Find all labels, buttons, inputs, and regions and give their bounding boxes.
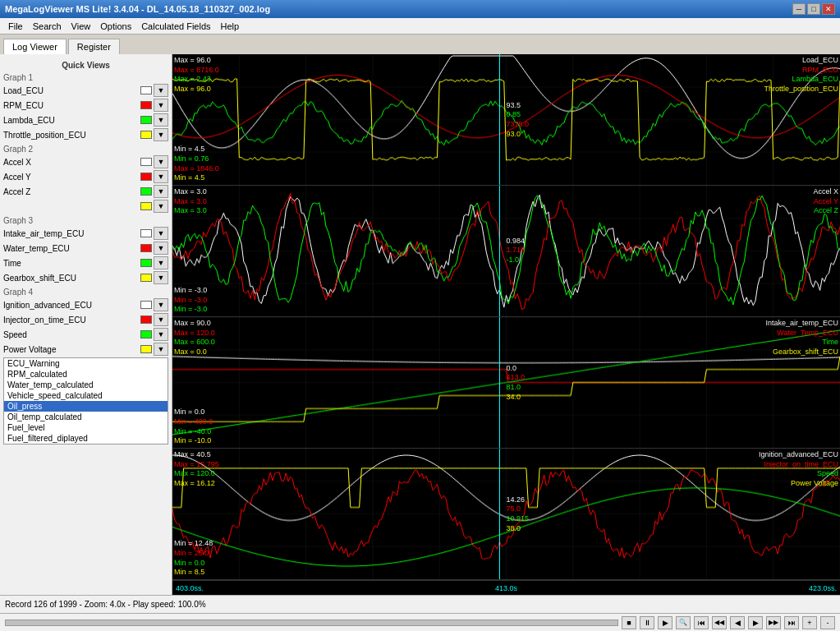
chart-panel-1[interactable]: Max = 96.0Max = 8716.0Max = 2.43Max = 96… xyxy=(172,54,840,186)
channel-dropdown-g2-0[interactable]: ▼ xyxy=(154,155,168,168)
close-button[interactable]: ✕ xyxy=(822,3,835,15)
channel-name-g1-0: Load_ECU xyxy=(3,86,139,95)
channel-row-g4-1: Injector_on_time_ECU▼ xyxy=(3,313,168,326)
chart-panel-4[interactable]: Max = 40.5Max = 15.795Max = 120.0Max = 1… xyxy=(172,449,840,580)
channel-dropdown-g4-2[interactable]: ▼ xyxy=(154,328,168,341)
zoom-in-button[interactable]: + xyxy=(802,616,817,629)
sidebar: Quick Views Graph 1Load_ECU▼RPM_ECU▼Lamb… xyxy=(0,54,172,595)
channel-dropdown-g2-1[interactable]: ▼ xyxy=(154,170,168,183)
app-title: MegaLogViewer MS Lite! 3.4.04 - DL_14.05… xyxy=(5,4,792,14)
stop-button[interactable]: ■ xyxy=(622,616,636,629)
channel-name-g3-3: Gearbox_shift_ECU xyxy=(3,274,139,283)
channel-name-g2-2: Accel Z xyxy=(3,187,139,196)
tab-log-viewer[interactable]: Log Viewer xyxy=(3,39,67,54)
channel-name-g4-3: Power Voltage xyxy=(3,345,139,354)
channel-row-g3-0: Intake_air_temp_ECU▼ xyxy=(3,227,168,240)
playback-bar: ■ ⏸ ▶ 🔍 ⏮ ◀◀ ◀ ▶ ▶▶ ⏭ + - xyxy=(0,613,840,631)
color-swatch-g2-1 xyxy=(140,173,152,181)
channel-row-g4-2: Speed▼ xyxy=(3,328,168,341)
chart-label-topright-2: Accel XAccel YAccel Z xyxy=(813,187,838,216)
dropdown-item-5[interactable]: Oil_temp_calculated xyxy=(4,412,168,422)
dropdown-item-7[interactable]: Fuel_filtered_diplayed xyxy=(4,433,168,444)
color-swatch-g2-0 xyxy=(140,158,152,166)
channel-dropdown-g4-3[interactable]: ▼ xyxy=(154,343,168,356)
channel-dropdown-g3-1[interactable]: ▼ xyxy=(154,242,168,255)
color-swatch-g4-1 xyxy=(140,316,152,324)
progress-bar[interactable] xyxy=(5,619,618,626)
chart-label-bottomleft-4: Min = 12.48Min = 25.0Min = 0.0Min = 8.5 xyxy=(174,539,213,578)
chart-label-topleft-1: Max = 96.0Max = 8716.0Max = 2.43Max = 96… xyxy=(174,56,219,94)
channel-name-g4-0: Ignition_advanced_ECU xyxy=(3,301,139,310)
channel-dropdown-g2-3[interactable]: ▼ xyxy=(154,200,168,213)
dropdown-item-2[interactable]: Water_temp_calculated xyxy=(4,380,168,390)
channel-dropdown-g4-0[interactable]: ▼ xyxy=(154,298,168,311)
search-button[interactable]: 🔍 xyxy=(676,616,691,629)
tab-bar: Log ViewerRegister xyxy=(0,35,840,54)
dropdown-item-6[interactable]: Fuel_level xyxy=(4,422,168,433)
play-button[interactable]: ▶ xyxy=(658,616,672,629)
dropdown-item-0[interactable]: ECU_Warning xyxy=(4,358,168,369)
channel-dropdown-g4-1[interactable]: ▼ xyxy=(154,313,168,326)
channel-row-g1-2: Lambda_ECU▼ xyxy=(3,113,168,127)
channel-dropdown-g3-3[interactable]: ▼ xyxy=(154,271,168,284)
main-layout: Quick Views Graph 1Load_ECU▼RPM_ECU▼Lamb… xyxy=(0,54,840,595)
chart-label-topright-1: Load_ECURPM_ECULambda_ECUThrottle_positi… xyxy=(764,56,838,94)
color-swatch-g3-0 xyxy=(140,229,152,237)
dropdown-item-3[interactable]: Vehicle_speed_calculated xyxy=(4,390,168,401)
channel-row-g3-3: Gearbox_shift_ECU▼ xyxy=(3,271,168,284)
maximize-button[interactable]: □ xyxy=(807,3,820,15)
channel-name-g1-1: RPM_ECU xyxy=(3,101,139,110)
tab-register[interactable]: Register xyxy=(68,39,120,54)
menu-item-search[interactable]: Search xyxy=(28,20,67,33)
channel-dropdown-g1-3[interactable]: ▼ xyxy=(154,128,168,141)
menu-item-help[interactable]: Help xyxy=(216,20,245,33)
fwd-button[interactable]: ▶ xyxy=(748,616,763,629)
prev-fast-button[interactable]: ◀◀ xyxy=(712,616,727,629)
channel-dropdown-g3-2[interactable]: ▼ xyxy=(154,256,168,269)
chart-label-topright-3: Intake_air_temp_ECUWater_Temp_ECUTimeGea… xyxy=(765,319,838,357)
color-swatch-g2-2 xyxy=(140,187,152,196)
channel-dropdown-g1-0[interactable]: ▼ xyxy=(154,84,168,97)
color-swatch-g1-3 xyxy=(140,131,152,139)
color-swatch-g1-1 xyxy=(140,101,152,109)
channel-row-g2-3: ▼ xyxy=(3,200,168,213)
sidebar-groups: Graph 1Load_ECU▼RPM_ECU▼Lambda_ECU▼Throt… xyxy=(3,73,168,444)
cursor-line-3 xyxy=(499,317,500,448)
color-swatch-g4-0 xyxy=(140,301,152,309)
dropdown-item-4[interactable]: Oil_press xyxy=(4,401,168,412)
rewind-start-button[interactable]: ⏮ xyxy=(694,616,709,629)
menu-item-calculated-fields[interactable]: Calculated Fields xyxy=(136,20,215,33)
channel-dropdown-g1-1[interactable]: ▼ xyxy=(154,99,168,112)
menu-item-view[interactable]: View xyxy=(67,20,96,33)
zoom-out-button[interactable]: - xyxy=(820,616,835,629)
channel-dropdown-g1-2[interactable]: ▼ xyxy=(154,113,168,127)
cursor-line-1 xyxy=(499,54,500,185)
channel-name-g4-2: Speed xyxy=(3,330,139,339)
time-right: 423.0ss. xyxy=(809,584,837,592)
fast-fwd-button[interactable]: ▶▶ xyxy=(766,616,781,629)
prev-button[interactable]: ◀ xyxy=(730,616,745,629)
status-text: Record 126 of 1999 - Zoom: 4.0x - Play s… xyxy=(5,600,206,609)
graph-group-label-1: Graph 1 xyxy=(3,73,168,82)
color-swatch-g1-0 xyxy=(140,86,152,94)
chart-panel-3[interactable]: Max = 90.0Max = 120.0Max = 600.0Max = 0.… xyxy=(172,317,840,449)
pause-button[interactable]: ⏸ xyxy=(640,616,654,629)
dropdown-item-1[interactable]: RPM_calculated xyxy=(4,369,168,380)
time-cursor: 413.0s xyxy=(495,584,517,592)
chart-panel-2[interactable]: Max = 3.0Max = 3.0Max = 3.0Accel XAccel … xyxy=(172,186,840,317)
channel-dropdown-g2-2[interactable]: ▼ xyxy=(154,185,168,198)
chart-cursor-values-4: 14.2675.010.91538.0 xyxy=(507,495,530,533)
menu-item-file[interactable]: File xyxy=(3,20,28,33)
quick-views-title: Quick Views xyxy=(3,61,168,70)
minimize-button[interactable]: ─ xyxy=(792,3,806,15)
graph-group-label-4: Graph 4 xyxy=(3,288,168,297)
channel-name-g3-1: Water_temp_ECU xyxy=(3,244,139,253)
chart-label-topleft-3: Max = 90.0Max = 120.0Max = 600.0Max = 0.… xyxy=(174,319,215,357)
channel-row-g4-3: Power Voltage▼ xyxy=(3,343,168,356)
color-swatch-g4-2 xyxy=(140,330,152,339)
chart-cursor-values-1: 93.50.857375.093.0 xyxy=(507,100,530,139)
channel-dropdown-g3-0[interactable]: ▼ xyxy=(154,227,168,240)
menu-item-options[interactable]: Options xyxy=(95,20,136,33)
chart-cursor-values-2: 0.9841.718-1.0 xyxy=(507,237,526,265)
end-button[interactable]: ⏭ xyxy=(784,616,799,629)
